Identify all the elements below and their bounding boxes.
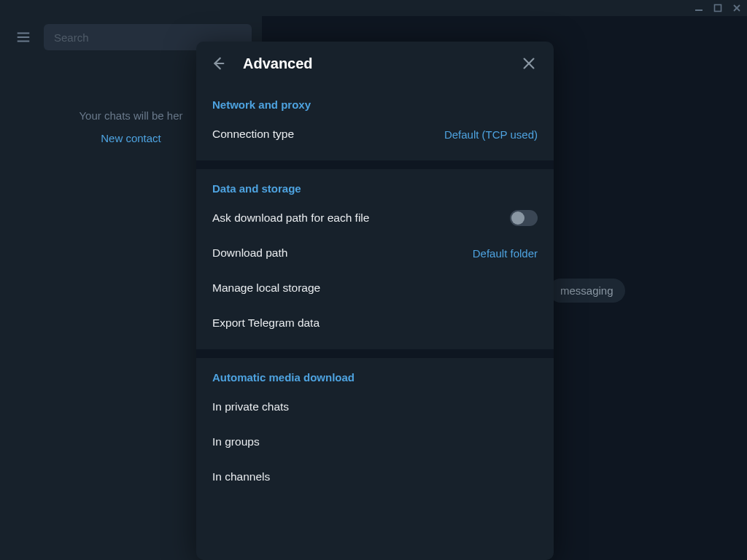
section-title: Data and storage: [196, 175, 554, 201]
row-value: Default (TCP used): [444, 128, 538, 141]
row-label: Ask download path for each file: [212, 211, 369, 225]
row-label: Manage local storage: [212, 281, 320, 295]
row-download-path[interactable]: Download path Default folder: [196, 236, 554, 271]
window-titlebar: [0, 0, 747, 16]
row-label: Download path: [212, 246, 287, 260]
row-label: In groups: [212, 435, 260, 448]
close-icon: [521, 55, 537, 71]
row-in-groups[interactable]: In groups: [196, 424, 554, 459]
arrow-left-icon: [210, 55, 226, 71]
modal-overlay: Advanced Network and proxy Connection ty…: [0, 16, 747, 560]
section-auto-media-download: Automatic media download In private chat…: [196, 349, 554, 503]
window-minimize-button[interactable]: [693, 2, 705, 14]
window-maximize-button[interactable]: [712, 2, 724, 14]
section-network: Network and proxy Connection type Defaul…: [196, 85, 554, 160]
modal-body: Network and proxy Connection type Defaul…: [196, 85, 554, 560]
row-label: In channels: [212, 470, 270, 483]
svg-rect-1: [715, 5, 721, 12]
section-data-storage: Data and storage Ask download path for e…: [196, 160, 554, 349]
row-connection-type[interactable]: Connection type Default (TCP used): [196, 117, 554, 152]
row-label: Export Telegram data: [212, 316, 320, 330]
section-title: Automatic media download: [196, 364, 554, 389]
back-button[interactable]: [206, 52, 230, 75]
row-in-channels[interactable]: In channels: [196, 459, 554, 494]
row-label: In private chats: [212, 400, 289, 413]
row-export-telegram-data[interactable]: Export Telegram data: [196, 306, 554, 341]
close-button[interactable]: [517, 52, 541, 75]
row-in-private-chats[interactable]: In private chats: [196, 389, 554, 424]
row-ask-download-path[interactable]: Ask download path for each file: [196, 201, 554, 236]
window-close-button[interactable]: [731, 2, 743, 14]
section-title: Network and proxy: [196, 91, 554, 117]
toggle-switch[interactable]: [510, 210, 538, 226]
modal-title: Advanced: [243, 55, 504, 72]
row-value: Default folder: [473, 247, 538, 260]
advanced-settings-modal: Advanced Network and proxy Connection ty…: [196, 42, 554, 560]
row-label: Connection type: [212, 128, 294, 141]
row-manage-local-storage[interactable]: Manage local storage: [196, 271, 554, 306]
